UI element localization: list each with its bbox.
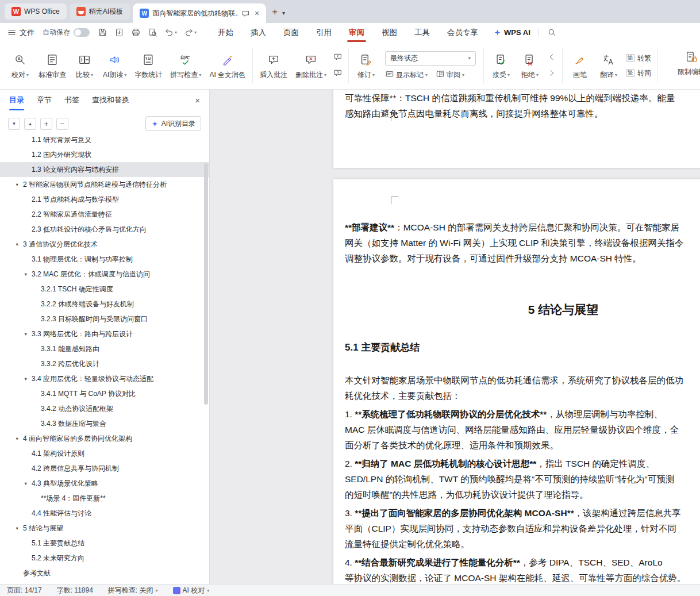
toc-item[interactable]: ▼3.4 应用层优化：轻量级协议与动态适配 [0,371,209,386]
ai-read-aloud-button[interactable]: AI朗读▾ [99,49,130,83]
toc-collapse-icon[interactable]: ▼ [24,332,32,337]
previous-comment-button[interactable] [333,52,343,63]
previous-change-button[interactable] [547,52,556,63]
wps-ai-menu[interactable]: WPS AI [494,28,530,37]
toc-item[interactable]: 4.2 跨层信息共享与协同机制 [0,461,209,476]
toc-item[interactable]: 4.1 架构设计原则 [0,446,209,461]
document-comment-icon[interactable] [241,9,250,18]
toc-item[interactable]: 3.3.2 跨层优化设计 [0,356,209,371]
tab-reference[interactable]: 引用 [307,23,340,42]
promote-level-button[interactable]: + [40,118,52,130]
print-preview-button[interactable] [148,28,157,37]
expand-all-button[interactable]: ▾ [8,118,20,130]
ai-proofread-status[interactable]: AI 校对 ▾ [173,586,210,595]
spellcheck-button[interactable]: 拼写检查▾ [166,49,205,83]
toc-item[interactable]: 3.4.1 MQTT 与 CoAP 协议对比 [0,386,209,401]
pen-button[interactable]: 画笔 [566,49,594,83]
file-menu[interactable]: 文件 [7,28,34,38]
toc-collapse-icon[interactable]: ▼ [24,376,32,382]
document-page[interactable]: **部署建议**：MCOA-SH 的部署需网关支持跨层信息汇聚和协同决策。可在智… [333,179,700,584]
translate-button[interactable]: 翻译▾ [594,49,623,83]
toc-item[interactable]: 5.1 主要贡献总结 [0,536,209,551]
toc-item[interactable]: 1.2 国内外研究现状 [0,147,209,162]
compare-button[interactable]: 比较▾ [70,49,99,83]
toc-item[interactable]: ▼5 结论与展望 [0,521,209,536]
tab-home[interactable]: 开始 [209,23,242,42]
ai-detect-toc-button[interactable]: AI识别目录 [145,116,201,131]
toc-collapse-icon[interactable]: ▼ [15,182,23,187]
next-comment-button[interactable] [333,68,343,79]
to-traditional-button[interactable]: 简转繁 [626,53,651,63]
tab-tools[interactable]: 工具 [406,23,439,42]
toc-item[interactable]: 2.2 智能家居通信流量特征 [0,207,209,222]
autosave-toggle[interactable] [74,28,90,37]
toc-item[interactable]: 3.4.2 动态协议适配框架 [0,401,209,416]
close-tab-icon[interactable]: × [253,9,260,18]
reject-change-button[interactable]: 拒绝▾ [516,49,544,83]
toc-item[interactable]: 4.4 性能评估与讨论 [0,506,209,521]
tab-insert[interactable]: 插入 [242,23,275,42]
tab-list-dropdown-icon[interactable]: ▾ [282,10,285,16]
toc-item[interactable]: ▼2 智能家居物联网节点能耗建模与通信特征分析 [0,177,209,192]
sidebar-tab-find-replace[interactable]: 查找和替换 [92,90,129,110]
proofread-button[interactable]: 校对▾ [6,49,34,83]
tab-wps-office[interactable]: W WPS Office [5,3,67,20]
spellcheck-status[interactable]: 拼写检查: 关闭 ▾ [108,586,158,595]
show-markup-button[interactable]: 显示标记 ▾ [385,70,428,80]
close-sidebar-icon[interactable]: × [195,95,200,105]
tab-docer-templates[interactable]: 稻壳AI模板 [70,3,130,20]
toc-item[interactable]: 2.1 节点能耗构成与数学模型 [0,192,209,207]
toc-item[interactable]: 3.4.3 数据压缩与聚合 [0,416,209,431]
redo-button[interactable]: ▾ [184,28,197,37]
toc-item[interactable]: 1.1 研究背景与意义 [0,137,209,147]
next-change-button[interactable] [547,68,556,79]
standard-review-button[interactable]: 标准审查 [34,49,70,83]
toc-item[interactable]: 参考文献 [0,566,209,580]
to-simplified-button[interactable]: 繁转简 [626,68,651,78]
review-pane-button[interactable]: 审阅 ▾ [436,70,464,80]
toc-item[interactable]: 2.3 低功耗设计的核心矛盾与优化方向 [0,222,209,237]
print-button[interactable] [131,28,141,37]
toc-item[interactable]: 3.2.3 目标唤醒时间与受限访问窗口 [0,312,209,326]
toc-item[interactable]: 5.2 未来研究方向 [0,551,209,566]
insert-comment-button[interactable]: 插入批注 [256,49,291,83]
toc-collapse-icon[interactable]: ▼ [24,272,32,277]
sidebar-tab-sections[interactable]: 章节 [37,90,52,110]
save-button[interactable] [98,28,107,37]
delete-comment-button[interactable]: 删除批注▾ [291,49,330,83]
restrict-editing-button[interactable]: 限制编辑 [674,46,700,80]
export-button[interactable] [114,28,124,37]
tab-review[interactable]: 审阅 [340,23,373,42]
toc-item[interactable]: 3.2.2 休眠终端设备与好友机制 [0,297,209,312]
toc-collapse-icon[interactable]: ▼ [24,481,32,486]
toc-collapse-icon[interactable]: ▼ [15,526,23,531]
demote-level-button[interactable]: − [56,118,68,130]
toc-collapse-icon[interactable]: ▼ [15,242,23,247]
document-page[interactable]: 可靠性保障**：TSCH 的信道跳频和重传机制可维持 99%以上的端到端投递率。… [333,90,700,168]
search-icon[interactable] [547,28,557,37]
toc-item[interactable]: 3.3.1 能量感知路由 [0,341,209,356]
ai-polish-button[interactable]: AI 全文润色 [205,49,249,83]
toc-item[interactable]: ▼3 通信协议分层优化技术 [0,237,209,252]
accept-change-button[interactable]: 接受▾ [487,49,516,83]
toc-item[interactable]: ▼3.3 网络层优化：路由与跨层设计 [0,326,209,341]
toc-item[interactable]: 3.1 物理层优化：调制与功率控制 [0,252,209,267]
sidebar-scrollbar[interactable] [204,163,208,405]
undo-button[interactable]: ▾ [164,28,177,37]
collapse-all-button[interactable]: ▴ [24,118,36,130]
page-indicator[interactable]: 页面: 14/17 [7,586,42,595]
toc-item[interactable]: ▼4.3 典型场景优化策略 [0,476,209,491]
markup-state-select[interactable]: 最终状态 ▾ [385,51,476,66]
toc-item[interactable]: 3.2.1 TSCH 确定性调度 [0,282,209,297]
track-changes-button[interactable]: 修订▾ [352,49,380,83]
sidebar-tab-contents[interactable]: 目录 [9,90,24,110]
tab-view[interactable]: 视图 [373,23,406,42]
toc-item[interactable]: ▼3.2 MAC 层优化：休眠调度与信道访问 [0,267,209,282]
toc-item[interactable]: **场景 4：固件更新** [0,491,209,506]
toc-item[interactable]: ▼4 面向智能家居的多层协同优化架构 [0,431,209,446]
toc-collapse-icon[interactable]: ▼ [15,436,23,441]
tab-page[interactable]: 页面 [275,23,307,42]
tab-membership[interactable]: 会员专享 [439,23,487,42]
word-count-button[interactable]: 字数统计 [130,49,166,83]
toc-item[interactable]: 1.3 论文研究内容与结构安排 [0,162,209,177]
